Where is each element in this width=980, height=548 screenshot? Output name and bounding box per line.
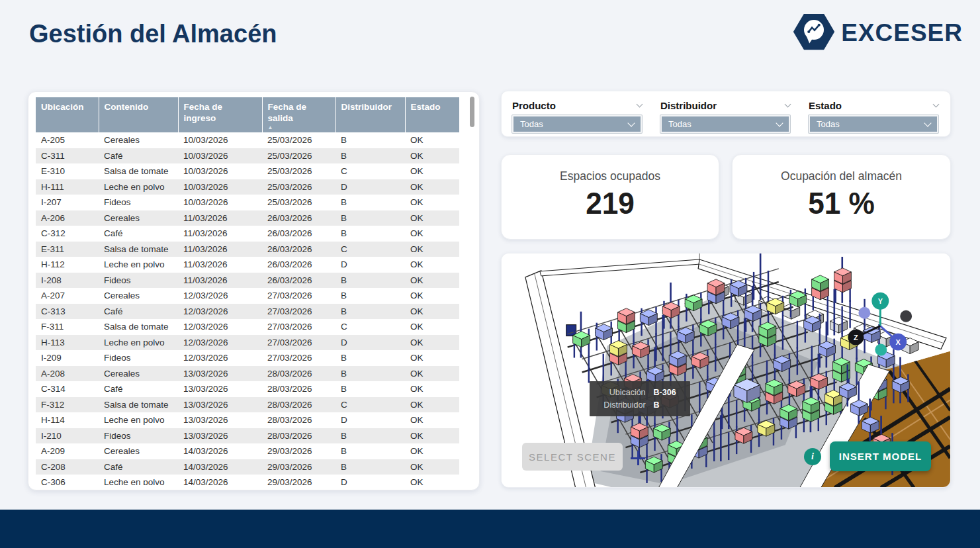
kpi-label: Ocupación del almacén <box>733 169 950 183</box>
estado-dropdown[interactable]: Todas <box>809 115 938 133</box>
table-cell: 10/03/2026 <box>178 132 262 148</box>
table-cell: B <box>335 195 405 210</box>
table-row[interactable]: C-314Café13/03/202628/03/2026BOK <box>36 381 459 397</box>
table-cell: 25/03/2026 <box>262 163 335 179</box>
tooltip-label: Ubicación <box>598 388 646 397</box>
table-row[interactable]: H-113Leche en polvo12/03/202627/03/2026D… <box>36 335 459 351</box>
table-cell: C <box>335 242 405 257</box>
table-cell: 26/03/2026 <box>262 242 335 257</box>
table-cell: Café <box>99 304 178 320</box>
axis-neg-y-dot[interactable] <box>875 344 887 356</box>
table-row[interactable]: F-311Salsa de tomate12/03/202627/03/2026… <box>36 319 459 335</box>
chevron-down-icon <box>776 119 783 126</box>
table-cell: Cereales <box>99 210 178 226</box>
kpi-value: 219 <box>508 185 712 221</box>
crosshair-cursor-icon <box>631 451 645 465</box>
table-cell: 28/03/2026 <box>262 381 335 397</box>
column-header[interactable]: Fecha de salida▲ <box>262 97 335 132</box>
table-row[interactable]: E-310Salsa de tomate10/03/202625/03/2026… <box>36 163 459 179</box>
table-cell: 28/03/2026 <box>262 412 335 428</box>
column-header[interactable]: Fecha de ingreso <box>178 97 262 132</box>
axis-neg-x-dot[interactable] <box>858 307 870 319</box>
table-cell: B <box>335 288 405 304</box>
table-cell: OK <box>405 195 459 210</box>
info-icon[interactable]: i <box>804 448 821 465</box>
table-row[interactable]: A-207Cereales12/03/202627/03/2026BOK <box>36 288 459 304</box>
select-scene-button[interactable]: SELECT SCENE <box>522 443 623 471</box>
table-cell: 11/03/2026 <box>178 210 262 226</box>
table-row[interactable]: C-306Leche en polvo14/03/202629/03/2026D… <box>36 475 459 485</box>
table-cell: B <box>335 350 405 366</box>
table-cell: OK <box>405 179 459 195</box>
table-cell: OK <box>405 428 459 444</box>
chevron-down-icon[interactable] <box>637 101 643 107</box>
axis-y-label: Y <box>878 297 883 305</box>
table-cell: I-207 <box>36 195 99 210</box>
table-row[interactable]: F-312Salsa de tomate13/03/202628/03/2026… <box>36 397 459 413</box>
table-cell: OK <box>405 226 459 242</box>
table-row[interactable]: H-111Leche en polvo10/03/202625/03/2026D… <box>36 179 459 195</box>
table-row[interactable]: C-208Café14/03/202629/03/2026BOK <box>36 459 459 475</box>
table-row[interactable]: A-208Cereales13/03/202628/03/2026BOK <box>36 366 459 382</box>
table-cell: B <box>335 381 405 397</box>
axis-neg-z-dot[interactable] <box>900 310 912 322</box>
table-cell: B <box>335 210 405 226</box>
table-cell: Salsa de tomate <box>99 242 178 257</box>
table-cell: I-210 <box>36 428 99 444</box>
table-cell: 27/03/2026 <box>262 319 335 335</box>
table-cell: Leche en polvo <box>99 257 178 273</box>
table-cell: C-306 <box>36 475 99 485</box>
table-cell: I-208 <box>36 273 99 289</box>
table-cell: OK <box>405 366 459 382</box>
table-cell: 12/03/2026 <box>178 335 262 351</box>
table-row[interactable]: I-208Fideos11/03/202626/03/2026BOK <box>36 273 459 289</box>
table-cell: Cereales <box>99 132 178 148</box>
table-scrollbar[interactable] <box>470 97 474 127</box>
table-cell: 27/03/2026 <box>262 335 335 351</box>
table-row[interactable]: A-205Cereales10/03/202625/03/2026BOK <box>36 132 459 148</box>
table-row[interactable]: H-112Leche en polvo11/03/202626/03/2026D… <box>36 257 459 273</box>
producto-dropdown[interactable]: Todas <box>512 115 642 133</box>
table-row[interactable]: I-207Fideos10/03/202625/03/2026BOK <box>36 195 459 210</box>
column-header[interactable]: Contenido <box>99 97 178 132</box>
chevron-down-icon[interactable] <box>785 101 791 107</box>
dashboard: Gestión del Almacén EXCESER UbicaciónCon… <box>0 0 980 548</box>
column-header[interactable]: Distribuidor <box>335 97 405 132</box>
filter-label: Distribuidor <box>660 100 717 111</box>
table-cell: D <box>335 257 405 273</box>
filter-label: Estado <box>809 100 842 111</box>
table-cell: B <box>335 132 405 148</box>
exceser-hexagon-icon <box>793 13 834 54</box>
footer-bar <box>0 510 980 548</box>
table-row[interactable]: C-311Café10/03/202625/03/2026BOK <box>36 148 459 164</box>
table-cell: 27/03/2026 <box>262 304 335 320</box>
table-cell: OK <box>405 350 459 366</box>
table-row[interactable]: I-209Fideos12/03/202627/03/2026BOK <box>36 350 459 366</box>
table-cell: B <box>335 459 405 475</box>
table-cell: Café <box>99 148 178 164</box>
table-cell: 12/03/2026 <box>178 319 262 335</box>
table-row[interactable]: I-210Fideos13/03/202628/03/2026BOK <box>36 428 459 444</box>
column-header[interactable]: Estado <box>405 97 459 132</box>
table-row[interactable]: E-311Salsa de tomate11/03/202626/03/2026… <box>36 242 459 257</box>
distribuidor-dropdown[interactable]: Todas <box>660 115 790 133</box>
table-row[interactable]: A-209Cereales14/03/202629/03/2026BOK <box>36 443 459 459</box>
insert-model-button[interactable]: INSERT MODEL <box>830 441 931 471</box>
table-cell: F-311 <box>36 319 99 335</box>
table-row[interactable]: C-313Café12/03/202627/03/2026BOK <box>36 304 459 320</box>
table-cell: D <box>335 475 405 485</box>
table-cell: Fideos <box>99 350 178 366</box>
table-cell: 27/03/2026 <box>262 350 335 366</box>
chevron-down-icon[interactable] <box>933 101 940 107</box>
table-row[interactable]: C-312Café11/03/202626/03/2026BOK <box>36 226 459 242</box>
table-row[interactable]: H-114Leche en polvo13/03/202628/03/2026D… <box>36 412 459 428</box>
table-cell: D <box>335 335 405 351</box>
table-cell: OK <box>405 242 459 257</box>
table-cell: C-313 <box>36 304 99 320</box>
table-row[interactable]: A-206Cereales11/03/202626/03/2026BOK <box>36 210 459 226</box>
table-cell: OK <box>405 475 459 485</box>
table-cell: 11/03/2026 <box>178 257 262 273</box>
filter-label: Producto <box>512 100 556 111</box>
column-header[interactable]: Ubicación <box>36 97 99 132</box>
table-cell: OK <box>405 319 459 335</box>
